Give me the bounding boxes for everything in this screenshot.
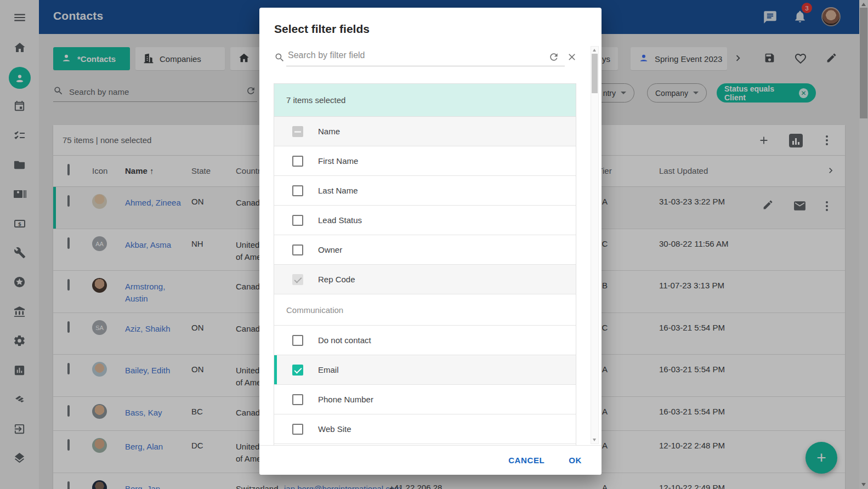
option-label: Email: [318, 365, 339, 374]
checkbox-unchecked[interactable]: [292, 335, 303, 346]
checkbox-unchecked[interactable]: [292, 244, 303, 255]
refresh-icon[interactable]: [548, 52, 559, 65]
filter-field-option-rep-code[interactable]: Rep Code: [274, 265, 576, 294]
option-label: Phone Number: [318, 395, 373, 404]
dialog-title: Select filter fields: [274, 22, 370, 36]
option-label: Rep Code: [318, 275, 355, 284]
dialog-scrollbar-thumb[interactable]: [592, 54, 598, 93]
clear-search-icon[interactable]: [566, 52, 577, 65]
option-label: Lead Status: [318, 215, 362, 225]
section-header-communication: Communication: [274, 294, 576, 326]
checkbox-unchecked[interactable]: [292, 394, 303, 405]
search-underline: [286, 66, 565, 66]
search-icon: [274, 52, 285, 65]
checkbox-unchecked[interactable]: [292, 156, 303, 167]
option-label: Do not contact: [318, 336, 371, 345]
filter-field-list: 7 items selected Name First Name Last Na…: [274, 83, 576, 445]
filter-field-option-email[interactable]: Email: [274, 355, 576, 385]
checkbox-checked-disabled: [292, 274, 303, 285]
checkbox-checked[interactable]: [292, 365, 303, 376]
ok-button[interactable]: OK: [569, 456, 582, 465]
filter-field-option-web-site[interactable]: Web Site: [274, 414, 576, 444]
filter-field-option-owner[interactable]: Owner: [274, 235, 576, 265]
filter-field-option-last-name[interactable]: Last Name: [274, 176, 576, 206]
dialog-scrollbar[interactable]: [591, 46, 599, 444]
dialog-footer: CANCEL OK: [259, 445, 602, 475]
checkbox-unchecked[interactable]: [292, 215, 303, 226]
option-label: Owner: [318, 245, 342, 254]
option-label: Web Site: [318, 424, 351, 434]
filter-field-search-input[interactable]: [288, 50, 529, 60]
selection-banner: 7 items selected: [274, 84, 576, 117]
filter-field-option-phone-number[interactable]: Phone Number: [274, 385, 576, 414]
select-filter-fields-dialog: Select filter fields 7 items selected Na…: [259, 8, 602, 475]
filter-field-option-do-not-contact[interactable]: Do not contact: [274, 326, 576, 355]
option-label: First Name: [318, 156, 358, 166]
checkbox-unchecked[interactable]: [292, 185, 303, 196]
checkbox-unchecked[interactable]: [292, 424, 303, 435]
scroll-down-arrow-icon[interactable]: [593, 439, 596, 441]
app-root: $ Contacts 3 *Contacts Co: [0, 0, 868, 489]
scroll-up-arrow-icon[interactable]: [593, 49, 596, 52]
section-label: Communication: [286, 305, 343, 315]
filter-field-option-first-name[interactable]: First Name: [274, 146, 576, 176]
filter-field-search: [274, 50, 577, 67]
option-label: Last Name: [318, 186, 358, 195]
filter-field-option-lead-status[interactable]: Lead Status: [274, 206, 576, 235]
option-label: Name: [318, 127, 340, 136]
filter-field-option-name[interactable]: Name: [274, 117, 576, 146]
checkbox-indeterminate-disabled: [292, 126, 303, 137]
cancel-button[interactable]: CANCEL: [508, 456, 544, 465]
